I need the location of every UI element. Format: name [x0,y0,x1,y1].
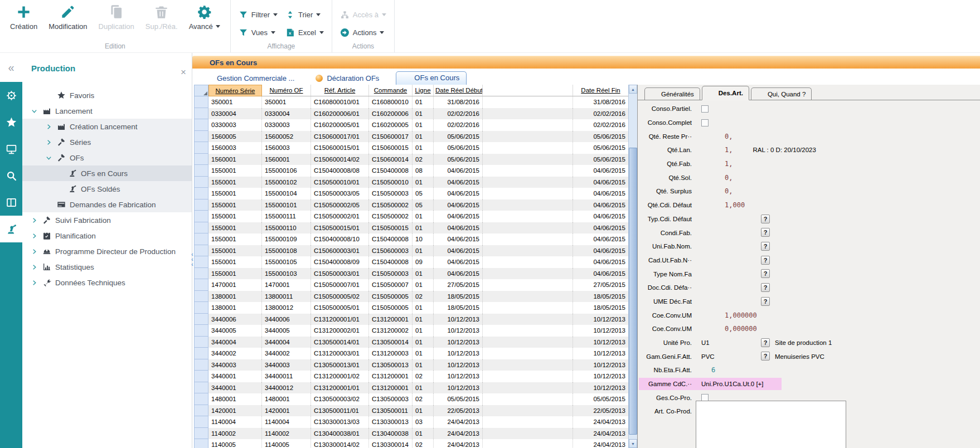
table-row[interactable]: 34400023440002C131200003/01C131200003011… [194,348,628,359]
scroll-up-icon[interactable]: ▲ [629,85,637,94]
row-selector[interactable] [194,96,208,108]
table-row[interactable]: 350001350001C160800010/01C1608000100131/… [194,96,628,108]
row-selector[interactable] [194,371,208,382]
row-selector[interactable] [194,211,208,222]
row-selector[interactable] [194,268,208,280]
table-row[interactable]: 1550001155000109C150400008/10C1504000081… [194,233,628,245]
nav-search-icon[interactable] [0,162,22,189]
row-selector[interactable] [194,233,208,245]
nav-star-icon[interactable] [0,109,22,135]
table-row[interactable]: 34400043440004C130500014/01C130500014011… [194,337,628,348]
scrollbar-track[interactable] [629,94,637,439]
field-value[interactable]: 0,000000 [725,325,757,333]
row-selector[interactable] [194,325,208,337]
table-row[interactable]: 11400021140002C130400038/01C130400038012… [194,428,628,440]
table-row[interactable]: 14700011470001C150500007/01C150500007012… [194,279,628,291]
chevron-right-icon[interactable] [31,264,42,270]
row-selector[interactable] [194,393,208,405]
table-row[interactable]: 1550001155000102C150500010/01C1505000100… [194,177,628,188]
dropdown-caret-icon[interactable] [271,31,275,34]
field-value[interactable]: 0, [725,187,732,195]
table-row[interactable]: 1550001155000108C150600003/01C1506000030… [194,245,628,257]
sidebar-item-lancement[interactable]: Lancement [22,103,192,119]
collapse-sidebar-button[interactable]: « [0,53,22,82]
dropdown-caret-icon[interactable] [319,31,324,34]
splitter-grip[interactable]: ‹‹‹ [191,252,193,267]
typ-cdi-defaut-help-button[interactable]: ? [761,215,770,223]
chevron-right-icon[interactable] [31,217,42,223]
sidebar-item-suivi-fabrication[interactable]: Suivi Fabrication [22,212,192,228]
scrollbar-thumb[interactable] [629,148,637,435]
tab-qui-quand[interactable]: Qui, Quand ? [751,87,812,100]
row-selector[interactable] [194,142,208,154]
chevron-right-icon[interactable] [46,139,57,145]
doc-cdi-defa-help-button[interactable]: ? [761,283,770,292]
row-selector[interactable] [194,359,208,371]
field-value[interactable]: 1,000000 [725,311,757,319]
vertical-scrollbar[interactable]: ▲ ▼ [628,85,637,448]
table-row[interactable]: 14200011420001C130500011/01C130500011012… [194,405,628,417]
chevron-down-icon[interactable] [31,108,42,114]
column-header-date-reel-debut[interactable]: Date Réel Début [434,85,483,96]
tab-des-art[interactable]: Des.Art. [702,86,749,100]
table-row[interactable]: 03300040330004C160200006/01C160200006010… [194,108,628,120]
scroll-down-icon[interactable]: ▼ [629,439,637,448]
unite-pro-help-button[interactable]: ? [761,338,770,347]
uni-fab-nom-help-button[interactable]: ? [761,242,770,251]
row-selector[interactable] [194,405,208,417]
tab-generalites[interactable]: Généralités [644,87,700,100]
field-value[interactable]: 0, [725,133,732,140]
table-row[interactable]: 1550001155000110C150500015/01C1505000150… [194,222,628,234]
table-row[interactable]: 156000515600052C150600017/01C15060001701… [194,131,628,143]
chevron-right-icon[interactable] [46,123,57,130]
field-value[interactable]: 1,000 [725,201,745,209]
sidebar-item-ofs-en-cours[interactable]: OFs en Cours [22,165,192,181]
sidebar-item-statistiques[interactable]: Statistiques [22,259,192,275]
row-selector[interactable] [194,119,208,131]
row-selector[interactable] [194,382,208,394]
table-row[interactable]: 1550001155000111C150500002/01C1505000020… [194,211,628,222]
row-selector[interactable] [194,165,208,177]
sidebar-item-favoris[interactable]: Favoris [22,87,192,103]
table-row[interactable]: 34400063440006C131200001/01C131200001011… [194,314,628,325]
nav-columns-icon[interactable] [0,189,22,216]
dropdown-caret-icon[interactable] [380,31,384,34]
table-row[interactable]: 15600031560003C150600015/01C150600015010… [194,142,628,154]
sidebar-item-demandes-de-fabrication[interactable]: Demandes de Fabrication [22,197,192,212]
conso-partiel-checkbox[interactable] [701,105,709,113]
dropdown-caret-icon[interactable] [273,13,278,16]
field-value[interactable]: 1, [725,146,732,154]
row-selector[interactable] [194,154,208,165]
nav-robot-arm-icon[interactable] [0,216,22,242]
sidebar-item-creation-lancement[interactable]: Création Lancement [22,119,192,134]
chevron-right-icon[interactable] [31,232,42,239]
table-row[interactable]: 14800011480001C130500003/02C130500003020… [194,393,628,405]
field-value[interactable]: 1, [725,160,732,168]
row-selector[interactable] [194,222,208,234]
sidebar-item-ofs[interactable]: OFs [22,150,192,165]
tab-declaration-ofs[interactable]: Déclaration OFs [311,72,384,85]
column-header-ref-article[interactable]: Réf. Article [311,85,369,96]
table-row[interactable]: 138000113800012C150500005/01C15050000501… [194,302,628,314]
dropdown-caret-icon[interactable] [382,13,386,16]
row-selector[interactable] [194,337,208,348]
table-row[interactable]: 11400041140004C130300013/03C130300013032… [194,416,628,428]
row-selector[interactable] [194,199,208,211]
dropdown-caret-icon[interactable] [216,25,220,28]
nav-helm-icon[interactable] [0,82,22,109]
table-row[interactable]: 03300030330003C160200005/01C160200005010… [194,119,628,131]
excel-button[interactable]: xExcel [285,26,324,39]
table-row[interactable]: 1550001155000103C150500003/01C1505000030… [194,268,628,280]
table-row[interactable]: 1550001155000106C150400008/08C1504000080… [194,165,628,177]
chevron-down-icon[interactable] [46,154,57,161]
row-selector[interactable] [194,177,208,188]
table-row[interactable]: 1550001155000105C150400008/09C1504000080… [194,256,628,268]
trier-button[interactable]: Trier [285,8,324,21]
row-selector[interactable] [194,245,208,257]
row-selector[interactable] [194,416,208,428]
row-selector[interactable] [194,302,208,314]
field-value[interactable]: U1 [701,339,710,346]
close-sidebar-icon[interactable]: × [181,67,186,77]
row-selector[interactable] [194,314,208,325]
tab-gestion-commerciale[interactable]: Gestion Commerciale ... [200,72,299,85]
